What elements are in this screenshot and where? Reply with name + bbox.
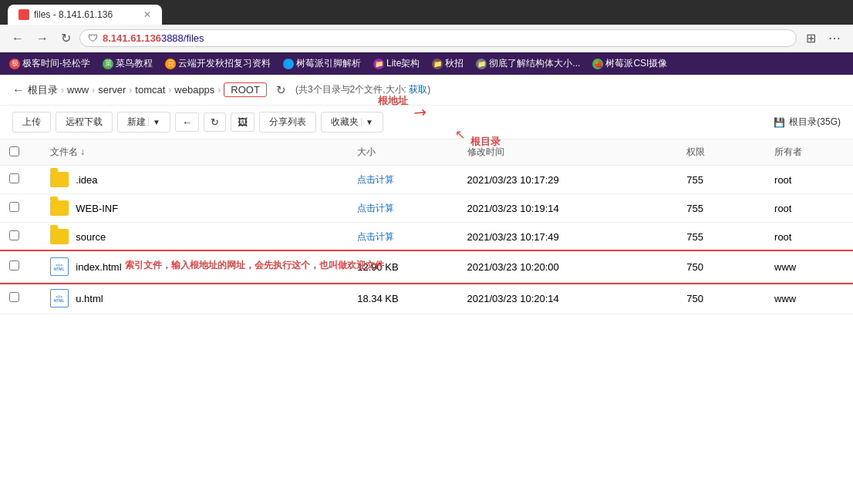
row-time-3: 2021/03/23 10:20:00 (458, 251, 678, 283)
row-time-2: 2021/03/23 10:17:49 (458, 223, 678, 251)
bookmark-qiuzhao[interactable]: 📁 秋招 (429, 55, 467, 72)
row-perm-0: 755 (677, 166, 765, 194)
image-icon-btn[interactable]: 🖼 (231, 113, 255, 132)
bc-ROOT[interactable]: ROOT (224, 82, 267, 97)
row-name-4[interactable]: </>HTML u.html (41, 283, 349, 314)
bc-webapps[interactable]: webapps (174, 84, 214, 96)
back-icon-btn[interactable]: ← (175, 113, 199, 132)
bookmark-jike-label: 极客时间-轻松学 (22, 57, 90, 70)
bc-sep-3: › (129, 85, 132, 96)
row-size-1[interactable]: 点击计算 (348, 194, 457, 223)
bookmark-cloud[interactable]: 云 云端开发秋招复习资料 (162, 55, 274, 72)
bookmark-lite[interactable]: 📁 Lite架构 (370, 55, 423, 72)
new-btn[interactable]: 新建 ▼ (117, 112, 170, 133)
bc-refresh-btn[interactable]: ↻ (276, 83, 286, 97)
row-perm-1: 755 (677, 194, 765, 223)
new-btn-label: 新建 (127, 116, 146, 129)
file-name-text-0: .idea (76, 174, 97, 186)
nav-forward-btn[interactable]: → (32, 30, 52, 47)
tab-title: files - 8.141.61.136 (34, 9, 113, 20)
bc-www[interactable]: www (67, 84, 89, 96)
bookmark-lite-label: Lite架构 (386, 57, 420, 70)
row-checkbox-4[interactable] (9, 292, 19, 302)
bc-get-size-link[interactable]: 获取 (409, 84, 427, 95)
html-file-icon-3: </>HTML (50, 257, 69, 276)
favorites-btn[interactable]: 收藏夹 ▼ (321, 112, 383, 133)
bookmark-csi[interactable]: 🍓 树莓派CSI摄像 (589, 55, 670, 72)
file-name-text-1: WEB-INF (76, 203, 118, 214)
calc-size-link-1[interactable]: 点击计算 (357, 203, 394, 213)
bc-server[interactable]: server (98, 84, 126, 96)
th-time: 修改时间 (458, 139, 678, 166)
browser-tab[interactable]: files - 8.141.61.136 ✕ (8, 5, 162, 25)
file-name-text-4: u.html (76, 293, 103, 304)
bc-sep-2: › (92, 85, 95, 96)
bookmark-qiuzhao-label: 秋招 (445, 57, 464, 70)
new-btn-arrow: ▼ (148, 118, 160, 126)
row-owner-3: www (765, 251, 853, 283)
bc-sep-5: › (217, 85, 221, 96)
file-name-text-2: source (76, 231, 106, 243)
row-checkbox-0[interactable] (9, 173, 19, 183)
folder-icon-2 (50, 229, 69, 244)
row-checkbox-3[interactable] (9, 260, 19, 270)
th-name[interactable]: 文件名 ↓ (41, 139, 349, 166)
table-row: source 点击计算 2021/03/23 10:17:49 755 root (0, 223, 853, 251)
th-owner: 所有者 (765, 139, 853, 166)
bookmark-raspi[interactable]: 🌐 树莓派引脚解析 (280, 55, 364, 72)
row-name-2[interactable]: source (41, 223, 349, 251)
row-time-1: 2021/03/23 10:19:14 (458, 194, 678, 223)
table-header-row: 文件名 ↓ 大小 修改时间 权限 所有者 (0, 139, 853, 166)
breadcrumb-back-btn[interactable]: ← (12, 83, 25, 97)
bookmark-struct-label: 彻底了解结构体大小... (489, 57, 580, 70)
disk-label: 根目录(35G) (789, 116, 841, 129)
row-perm-4: 750 (677, 283, 765, 314)
row-checkbox-1[interactable] (9, 202, 19, 212)
bookmark-jike[interactable]: 极 极客时间-轻松学 (6, 55, 93, 72)
shield-icon: 🛡 (88, 32, 98, 44)
toolbar-actions: ⊞ ⋯ (801, 29, 845, 47)
row-name-1[interactable]: WEB-INF (41, 194, 349, 223)
upload-btn[interactable]: 上传 (12, 112, 51, 133)
select-all-checkbox[interactable] (9, 146, 19, 156)
nav-back-btn[interactable]: ← (8, 30, 28, 47)
breadcrumb-wrapper: ← 根目录 › www › server › tomcat › webapps … (0, 75, 853, 106)
th-check (0, 139, 41, 166)
row-name-0[interactable]: .idea (41, 166, 349, 194)
bookmark-cainiao[interactable]: 菜 菜鸟教程 (99, 55, 156, 72)
bc-sep-4: › (168, 85, 171, 96)
row-size-0[interactable]: 点击计算 (348, 166, 457, 194)
nav-refresh-btn[interactable]: ↻ (57, 29, 75, 47)
calc-size-link-0[interactable]: 点击计算 (357, 174, 394, 185)
bookmark-struct[interactable]: 📁 彻底了解结构体大小... (473, 55, 583, 72)
table-row: </>HTML u.html 18.34 KB 2021/03/23 10:20… (0, 283, 853, 314)
disk-icon: 💾 (774, 117, 785, 128)
url-port: 3888/files (161, 32, 204, 44)
bookmark-csi-label: 树莓派CSI摄像 (605, 57, 667, 70)
row-owner-0: root (765, 166, 853, 194)
more-btn[interactable]: ⋯ (824, 29, 845, 47)
bc-sep-1: › (61, 85, 64, 96)
row-checkbox-2[interactable] (9, 230, 19, 240)
disk-info: 💾 根目录(35G) (774, 116, 841, 129)
tab-close-btn[interactable]: ✕ (143, 9, 151, 20)
bc-tomcat[interactable]: tomcat (135, 84, 165, 96)
page-wrapper: files - 8.141.61.136 ✕ ← → ↻ 🛡 8.141.61.… (0, 0, 853, 504)
address-bar[interactable]: 🛡 8.141.61.1363888/files (79, 29, 797, 47)
th-size: 大小 (348, 139, 457, 166)
favorites-btn-arrow: ▼ (361, 118, 373, 126)
folder-icon-0 (50, 172, 69, 187)
row-name-3[interactable]: </>HTML index.html (41, 251, 349, 283)
calc-size-link-2[interactable]: 点击计算 (357, 231, 394, 242)
bookmark-cloud-icon: 云 (165, 59, 176, 69)
extensions-btn[interactable]: ⊞ (801, 29, 821, 47)
share-list-btn[interactable]: 分享列表 (259, 112, 316, 133)
bc-root[interactable]: 根目录 (28, 83, 58, 97)
row-size-2[interactable]: 点击计算 (348, 223, 457, 251)
row-check-3 (0, 251, 41, 283)
refresh-icon-btn[interactable]: ↻ (204, 113, 226, 132)
folder-icon-1 (50, 200, 69, 216)
url-text: 8.141.61.1363888/files (103, 32, 788, 44)
bookmark-cainiao-label: 菜鸟教程 (116, 57, 153, 70)
remote-download-btn[interactable]: 远程下载 (56, 112, 113, 133)
